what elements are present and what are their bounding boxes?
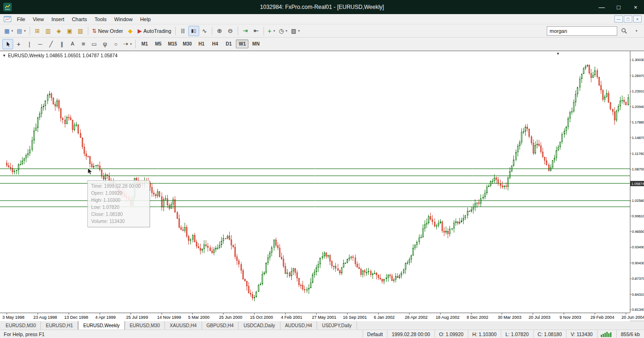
timeframe-d1[interactable]: D1 xyxy=(222,39,235,48)
timeframe-m15[interactable]: M15 xyxy=(165,39,179,48)
window-maximize-button[interactable]: □ xyxy=(610,0,627,14)
pitchfork-tool-icon: ψ xyxy=(103,41,107,47)
menu-insert[interactable]: Insert xyxy=(47,15,68,23)
chart-tab-audusd-h4-8[interactable]: AUDUSD,H4 xyxy=(280,322,318,330)
timeframe-m30[interactable]: M30 xyxy=(180,39,194,48)
timeframe-h4[interactable]: H4 xyxy=(209,39,221,48)
terminal-button[interactable]: ▣ xyxy=(64,26,75,36)
menu-tools[interactable]: Tools xyxy=(91,15,110,23)
date-axis-label: 25 Jul 1999 xyxy=(126,315,148,320)
menu-file[interactable]: File xyxy=(13,15,29,23)
menu-help[interactable]: Help xyxy=(136,15,155,23)
horizontal-line-tool[interactable]: ─ xyxy=(35,39,46,49)
zoom-in-button[interactable]: ⊕ xyxy=(214,26,225,36)
mdi-close-button[interactable]: × xyxy=(633,15,642,23)
search-input[interactable] xyxy=(547,26,617,36)
menu-bar: FileViewInsertChartsToolsWindowHelp — □ … xyxy=(0,14,644,24)
arrows-tool-icon: ⇢ xyxy=(123,41,128,47)
fibonacci-tool[interactable]: ≡ xyxy=(78,39,89,49)
chart-shift-button[interactable]: ⇤ xyxy=(251,26,262,36)
chevron-down-icon: ▾ xyxy=(273,29,275,33)
date-axis[interactable]: 3 May 199823 Aug 199813 Dec 19984 Apr 19… xyxy=(0,313,630,321)
arrows-tool[interactable]: ⇢▾ xyxy=(121,39,133,49)
periods-button[interactable]: ◷▾ xyxy=(277,26,289,36)
chart-tab-eurusd-m30-4[interactable]: EURUSD,M30 xyxy=(125,322,165,330)
chart-tab-eurusd-h1-2[interactable]: EURUSD,H1 xyxy=(41,322,78,330)
new-order-button-label: New Order xyxy=(98,28,123,34)
periods-button-icon: ◷ xyxy=(279,28,283,34)
date-axis-label: 4 Feb 2001 xyxy=(281,315,303,320)
menu-window[interactable]: Window xyxy=(110,15,136,23)
timeframe-w1[interactable]: W1 xyxy=(236,39,248,48)
pitchfork-tool[interactable]: ψ xyxy=(100,39,110,49)
chart-window: ▼ EURUSD,Weekly 1.04865 1.06501 1.04787 … xyxy=(0,51,644,321)
timeframe-m5[interactable]: M5 xyxy=(152,39,164,48)
ellipse-tool[interactable]: ○ xyxy=(110,39,121,49)
search-menu-button[interactable]: ▾ xyxy=(631,26,642,36)
timeframe-mn[interactable]: MN xyxy=(249,39,262,48)
indicators-button[interactable]: +▾ xyxy=(266,26,277,36)
search-button[interactable] xyxy=(619,26,629,36)
tooltip-volume: Volume: 113430 xyxy=(91,218,146,225)
price-axis[interactable]: 1.05874 1.300301.269701.239101.209401.17… xyxy=(630,51,644,313)
menu-view[interactable]: View xyxy=(29,15,48,23)
indicators-button-icon: + xyxy=(268,28,272,34)
trendline-tool[interactable]: ╱ xyxy=(46,39,56,49)
timeframe-h1[interactable]: H1 xyxy=(195,39,208,48)
timeframe-m1[interactable]: M1 xyxy=(138,39,151,48)
bar-chart-mode-button[interactable]: ||| xyxy=(178,26,188,36)
date-axis-label: 4 Apr 1999 xyxy=(95,315,116,320)
collapse-arrow-icon[interactable]: ▼ xyxy=(2,54,6,58)
chart-tab-usdcad-daily-7[interactable]: USDCAD,Daily xyxy=(239,322,280,330)
window-titlebar: 1032984: FxPro.com-Real01 - [EURUSD,Week… xyxy=(0,0,644,14)
window-minimize-button[interactable]: — xyxy=(593,0,610,14)
navigator-button[interactable]: ◈ xyxy=(54,26,64,36)
current-price-badge: 1.05874 xyxy=(630,181,644,186)
profiles-button-icon: ▤ xyxy=(17,28,22,34)
menu-charts[interactable]: Charts xyxy=(68,15,91,23)
zoom-out-button[interactable]: ⊖ xyxy=(225,26,236,36)
chart-tab-eurusd-weekly-3[interactable]: EURUSD,Weekly xyxy=(78,321,125,330)
auto-scroll-button[interactable]: ⇥ xyxy=(240,26,251,36)
toolbar-drawing: +|─╱∥A≡▭ψ○⇢▾ M1M5M15M30H1H4D1W1MN xyxy=(0,38,644,51)
bar-tooltip: Time: 1999.02.28 00:00 Open: 1.09920 Hig… xyxy=(87,180,150,227)
new-chart-button-icon: ▦ xyxy=(4,28,9,34)
profiles-button[interactable]: ▤▾ xyxy=(15,26,28,36)
price-axis-label: 0.87370 xyxy=(632,277,644,281)
chart-tab-gbpusd-h4-6[interactable]: GBPUSD,H4 xyxy=(202,322,239,330)
price-axis-label: 0.84310 xyxy=(632,292,644,296)
text-tool[interactable]: A xyxy=(67,39,78,49)
market-watch-button[interactable]: ⊞ xyxy=(32,26,43,36)
status-profile[interactable]: Default xyxy=(363,330,387,338)
data-window-button[interactable]: ▥ xyxy=(43,26,54,36)
date-axis-label: 25 Jun 2000 xyxy=(219,315,242,320)
vertical-line-tool[interactable]: | xyxy=(24,39,35,49)
strategy-tester-button[interactable]: ▧ xyxy=(75,26,86,36)
status-bar-time: 1999.02.28 00:00 xyxy=(387,330,435,338)
candlestick-mode-button[interactable]: ▮▯ xyxy=(188,26,199,36)
chart-tabs-bar: EURUSD,M30EURUSD,H1EURUSD,WeeklyEURUSD,M… xyxy=(0,321,644,330)
new-order-button[interactable]: ⇅New Order xyxy=(90,26,125,36)
chart-tab-usdjpy-daily-9[interactable]: USDJPY,Daily xyxy=(317,322,357,330)
toolbar-separator xyxy=(264,27,264,35)
templates-button[interactable]: ▨▾ xyxy=(289,26,302,36)
chart-window-icon xyxy=(4,16,11,22)
navigator-button-icon: ◈ xyxy=(57,28,61,34)
new-chart-button[interactable]: ▦▾ xyxy=(2,26,15,36)
price-axis-label: 1.20940 xyxy=(632,104,644,108)
equidistant-channel-tool[interactable]: ∥ xyxy=(56,39,67,49)
mdi-minimize-button[interactable]: — xyxy=(614,15,623,23)
crosshair-tool[interactable]: + xyxy=(13,39,24,49)
line-chart-mode-button[interactable]: ∿ xyxy=(199,26,210,36)
auto-scroll-button-icon: ⇥ xyxy=(243,28,248,34)
mdi-restore-button[interactable]: □ xyxy=(624,15,632,23)
rectangle-tool[interactable]: ▭ xyxy=(89,39,100,49)
price-axis-label: 1.30030 xyxy=(632,58,644,62)
window-close-button[interactable]: × xyxy=(627,0,644,14)
chart-tab-xauusd-h4-5[interactable]: XAUUSD,H4 xyxy=(165,322,202,330)
metaeditor-button[interactable]: ◆ xyxy=(125,26,136,36)
autotrading-button[interactable]: ▶AutoTrading xyxy=(136,26,173,36)
chart-tab-eurusd-m30-1[interactable]: EURUSD,M30 xyxy=(1,322,41,330)
cursor-tool[interactable] xyxy=(2,39,13,49)
date-axis-label: 18 Aug 2002 xyxy=(436,315,460,320)
